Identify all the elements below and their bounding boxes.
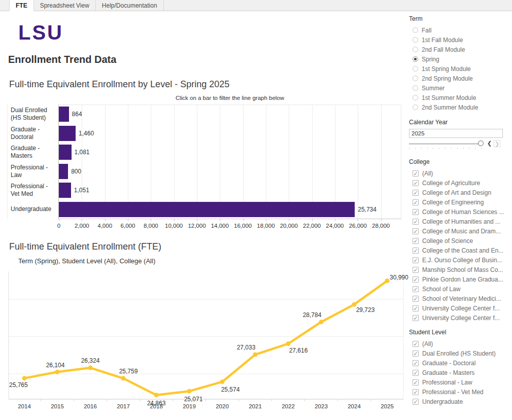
slider-prev-button[interactable]: ❮: [486, 140, 493, 147]
bar-category-label: Graduate -Doctoral: [11, 126, 57, 141]
checkbox-icon: ✓: [413, 341, 419, 347]
checkbox-option-undergraduate[interactable]: ✓Undergraduate: [409, 397, 508, 406]
checkbox-option-professional-vet-med[interactable]: ✓Professional - Vet Med: [409, 387, 508, 397]
checkbox-icon: ✓: [413, 209, 419, 215]
axis-tick: [289, 219, 289, 221]
slider-next-button[interactable]: ❯: [494, 140, 500, 147]
x-axis-tick-label: 28,000: [372, 223, 390, 229]
checkbox-option-university-college-center-f[interactable]: ✓University College Center f...: [409, 313, 508, 323]
tab-spreadsheet-view[interactable]: Spreadsheet View: [34, 0, 96, 11]
radio-option-spring[interactable]: Spring: [409, 54, 508, 64]
checkbox-icon: ✓: [413, 351, 419, 357]
axis-tick: [266, 219, 266, 221]
option-label: College of Humanities and ...: [422, 218, 500, 225]
data-point-2025[interactable]: [385, 278, 390, 283]
checkbox-option-college-of-art-and-design[interactable]: ✓College of Art and Design: [409, 188, 508, 197]
checkbox-option-college-of-human-sciences[interactable]: ✓College of Human Sciences ...: [409, 207, 508, 217]
option-label: (All): [422, 340, 433, 347]
x-axis-year-label: 2024: [348, 403, 361, 409]
bar-professional-law[interactable]: [59, 164, 68, 179]
bar-value-label: 864: [72, 107, 82, 122]
checkbox-icon: ✓: [413, 238, 419, 244]
radio-option-1st-summer-module[interactable]: 1st Summer Module: [409, 93, 508, 102]
checkbox-option-college-of-science[interactable]: ✓College of Science: [409, 236, 508, 246]
tab-help-documentation[interactable]: Help/Documentation: [96, 0, 164, 11]
data-point-2020[interactable]: [220, 379, 225, 384]
checkbox-option-professional-law[interactable]: ✓Professional - Law: [409, 377, 508, 387]
college-options: ✓(All)✓College of Agriculture✓College of…: [409, 168, 508, 323]
slider-handle[interactable]: [478, 141, 484, 146]
checkbox-option-e-j-ourso-college-of-busin[interactable]: ✓E.J. Ourso College of Busin...: [409, 255, 508, 265]
checkbox-option-dual-enrolled-hs-student[interactable]: ✓Dual Enrolled (HS Student): [409, 348, 508, 358]
data-point-2022[interactable]: [286, 341, 291, 346]
radio-option-1st-spring-module[interactable]: 1st Spring Module: [409, 64, 508, 74]
college-filter: College ✓(All)✓College of Agriculture✓Co…: [409, 158, 508, 323]
calendar-year-slider[interactable]: ❮ ❯: [409, 140, 508, 153]
axis-tick: [381, 219, 382, 221]
checkbox-option-manship-school-of-mass-co[interactable]: ✓Manship School of Mass Co...: [409, 265, 508, 274]
bar-value-label: 800: [71, 164, 81, 179]
radio-option-2nd-summer-module[interactable]: 2nd Summer Module: [409, 102, 508, 112]
bar-professional-vet-med[interactable]: [59, 183, 71, 198]
calendar-year-input[interactable]: [409, 129, 503, 138]
slider-track[interactable]: [409, 143, 481, 145]
bar-value-label: 25,734: [358, 202, 377, 217]
option-label: (All): [422, 170, 433, 177]
option-label: Professional - Law: [422, 379, 472, 386]
point-value-label: 29,723: [356, 306, 375, 313]
data-point-2018[interactable]: [154, 393, 159, 397]
checkbox-icon: ✓: [413, 276, 419, 283]
radio-option-2nd-spring-module[interactable]: 2nd Spring Module: [409, 74, 508, 83]
checkbox-icon: ✓: [413, 389, 419, 395]
checkbox-option-college-of-engineering[interactable]: ✓College of Engineering: [409, 197, 508, 207]
data-point-2023[interactable]: [319, 320, 324, 324]
data-point-2016[interactable]: [88, 366, 93, 370]
point-value-label: 27,616: [289, 347, 308, 354]
checkbox-option-all[interactable]: ✓(All): [409, 339, 508, 348]
option-label: Summer: [422, 85, 445, 92]
radio-option-2nd-fall-module[interactable]: 2nd Fall Module: [409, 45, 508, 54]
axis-tick: [128, 219, 128, 221]
radio-option-1st-fall-module[interactable]: 1st Fall Module: [409, 35, 508, 45]
checkbox-option-school-of-law[interactable]: ✓School of Law: [409, 284, 508, 294]
checkbox-option-college-of-music-and-dram[interactable]: ✓College of Music and Dram...: [409, 226, 508, 236]
trend-line: [24, 281, 387, 395]
data-point-2014[interactable]: [22, 376, 27, 380]
checkbox-option-college-of-the-coast-and-en[interactable]: ✓College of the Coast and En...: [409, 246, 508, 255]
checkbox-option-college-of-humanities-and[interactable]: ✓College of Humanities and ...: [409, 217, 508, 226]
bar-category-label: Professional -Law: [11, 164, 57, 179]
option-label: College of Engineering: [422, 199, 484, 206]
checkbox-option-university-college-center-f[interactable]: ✓University College Center f...: [409, 303, 508, 313]
data-point-2021[interactable]: [253, 353, 258, 357]
radio-icon: [413, 104, 418, 110]
x-axis-tick-label: 26,000: [349, 223, 367, 229]
bar-graduate-masters[interactable]: [59, 145, 72, 160]
option-label: University College Center f...: [422, 314, 500, 322]
bar-graduate-doctoral[interactable]: [59, 126, 76, 141]
bar-undergraduate[interactable]: [59, 202, 355, 217]
point-value-label: 28,784: [303, 311, 322, 319]
x-axis-year-label: 2022: [282, 403, 295, 409]
data-point-2019[interactable]: [187, 389, 192, 394]
axis-tick: [312, 219, 313, 221]
radio-icon: [413, 66, 418, 72]
tab-fte[interactable]: FTE: [9, 0, 34, 11]
checkbox-option-pinkie-gordon-lane-gradua[interactable]: ✓Pinkie Gordon Lane Gradua...: [409, 274, 508, 284]
option-label: College of the Coast and En...: [422, 247, 503, 254]
checkbox-option-graduate-doctoral[interactable]: ✓Graduate - Doctoral: [409, 358, 508, 368]
bar-dual-enrolled-hs-student[interactable]: [59, 107, 69, 122]
checkbox-icon: ✓: [413, 399, 419, 405]
checkbox-option-school-of-veterinary-medici[interactable]: ✓School of Veterinary Medici...: [409, 294, 508, 303]
data-point-2015[interactable]: [55, 370, 60, 374]
checkbox-option-all[interactable]: ✓(All): [409, 168, 508, 178]
radio-option-summer[interactable]: Summer: [409, 83, 508, 93]
checkbox-option-graduate-masters[interactable]: ✓Graduate - Masters: [409, 368, 508, 377]
checkbox-option-college-of-agriculture[interactable]: ✓College of Agriculture: [409, 178, 508, 188]
data-point-2017[interactable]: [121, 376, 126, 380]
line-chart: 25,76526,10426,32425,75924,86325,07125,5…: [7, 270, 411, 412]
radio-icon: [413, 95, 418, 100]
calendar-year-filter: Calendar Year ❮ ❯: [409, 119, 508, 153]
x-axis-year-label: 2025: [381, 403, 394, 409]
checkbox-icon: ✓: [413, 248, 419, 254]
radio-option-fall[interactable]: Fall: [409, 25, 508, 35]
